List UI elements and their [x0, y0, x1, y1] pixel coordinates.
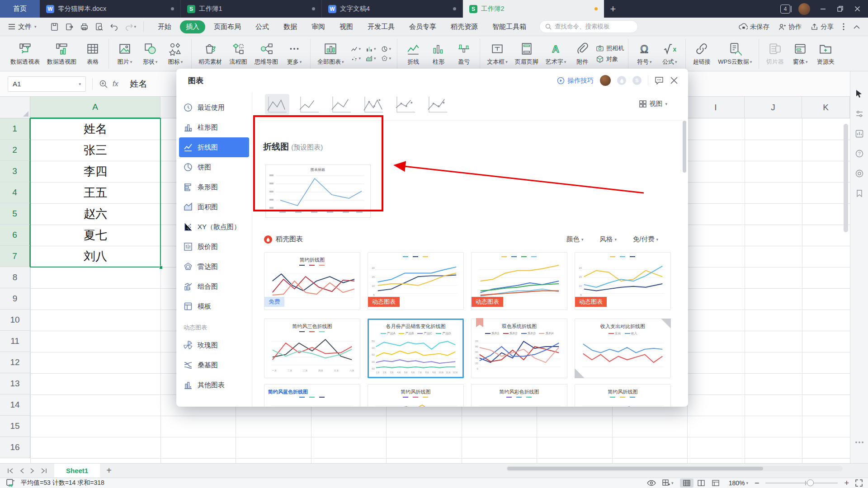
vertical-scrollbar[interactable]: [844, 119, 848, 458]
view-toggle[interactable]: 视图▾: [639, 99, 667, 108]
表格-button[interactable]: 表格: [81, 41, 104, 67]
home-tab[interactable]: 首页: [0, 0, 40, 18]
collapse-ribbon-icon[interactable]: [854, 25, 860, 29]
cell-A3[interactable]: 李四: [31, 161, 160, 182]
sidebar-item-雷达图[interactable]: 雷达图: [179, 257, 249, 277]
row-header-9[interactable]: 9: [0, 288, 30, 310]
minimize-button[interactable]: [818, 5, 827, 14]
unsaved-dot[interactable]: [594, 7, 598, 10]
row-header-4[interactable]: 4: [0, 182, 30, 203]
chart-template-card[interactable]: 简约风彩色折线图: [471, 384, 567, 407]
chart-template-card[interactable]: 简约风三色折线图一月二月三月四月五月六月: [264, 319, 360, 378]
row-header-14[interactable]: 14: [0, 394, 30, 416]
next-sheet-icon[interactable]: [30, 468, 34, 474]
tab-dot[interactable]: [453, 7, 456, 10]
cell-A1[interactable]: 姓名: [31, 119, 160, 139]
zoom-level[interactable]: 180%▾: [729, 479, 748, 487]
fullscreen-icon[interactable]: [855, 479, 863, 487]
chart-template-card[interactable]: 简约风蓝色折线图: [264, 384, 360, 407]
save-status[interactable]: 未保存: [739, 23, 770, 31]
chart-template-card[interactable]: 2015105动态图表: [575, 252, 671, 310]
row-header-15[interactable]: 15: [0, 416, 30, 437]
row-header-5[interactable]: 5: [0, 203, 30, 225]
dialog-user-avatar[interactable]: [600, 75, 611, 86]
图片-button[interactable]: 图片▾: [113, 41, 137, 67]
window-count-badge[interactable]: 4: [780, 5, 790, 14]
filter-风格[interactable]: 风格▾: [599, 235, 617, 244]
符号-button[interactable]: Ω符号▾: [632, 41, 656, 67]
数据透视图-button[interactable]: 数据透视图: [44, 41, 79, 67]
chart-template-card[interactable]: 简约风折线图: [368, 384, 464, 407]
chart-template-card[interactable]: 双色系统折线图系列1系列2系列3系列4100806040200: [471, 319, 567, 378]
chart-area-button[interactable]: ▾: [365, 55, 376, 62]
menu-tab-审阅[interactable]: 审阅: [306, 20, 331, 33]
窗体-button[interactable]: 窗体▾: [788, 41, 812, 67]
doc-tab-零分猫脚本.docx[interactable]: W零分猫脚本.docx: [40, 0, 181, 18]
chart-template-card[interactable]: 2015105动态图表: [368, 252, 464, 310]
print-icon[interactable]: [80, 23, 89, 31]
sidebar-item-XY（散点图）[interactable]: XY（散点图）: [179, 217, 249, 237]
select-all-corner[interactable]: [0, 97, 30, 118]
chart-template-card[interactable]: 动态图表: [471, 252, 567, 310]
row-header-11[interactable]: 11: [0, 331, 30, 352]
menu-tab-稻壳资源[interactable]: 稻壳资源: [445, 20, 484, 33]
column-header-I[interactable]: I: [687, 97, 745, 118]
照相机-button[interactable]: 照相机: [596, 44, 624, 52]
数据透视表-button[interactable]: 数据透视表: [8, 41, 42, 67]
eye-protect-icon[interactable]: [647, 480, 656, 486]
sidebar-item-折线图[interactable]: 折线图: [179, 137, 249, 157]
macro-js-icon[interactable]: JS: [6, 479, 15, 487]
sidebar-item-条形图[interactable]: 条形图: [179, 177, 249, 197]
menu-tab-会员专享[interactable]: 会员专享: [403, 20, 442, 33]
对象-button[interactable]: 对象: [596, 55, 624, 63]
sidebar-item-桑基图[interactable]: 桑基图: [179, 355, 249, 375]
思维导图-button[interactable]: 思维导图: [252, 41, 281, 67]
sidebar-item-股价图[interactable]: 股价图: [179, 237, 249, 257]
help-icon[interactable]: ?: [855, 150, 863, 158]
row-header-3[interactable]: 3: [0, 161, 30, 182]
normal-view-button[interactable]: [680, 479, 693, 488]
流程图-button[interactable]: 流程图: [226, 41, 250, 67]
zoom-slider-handle[interactable]: [807, 479, 814, 486]
menu-tab-开发工具[interactable]: 开发工具: [362, 20, 401, 33]
zoom-out-button[interactable]: −: [755, 479, 760, 488]
更多-button[interactable]: 更多▾: [283, 41, 306, 67]
print-preview-icon[interactable]: [95, 23, 104, 31]
filter-颜色[interactable]: 颜色▾: [566, 235, 584, 244]
doc-tab-工作簿1[interactable]: S工作簿1: [181, 0, 322, 18]
zoom-slider[interactable]: [765, 479, 838, 487]
资源夹-button[interactable]: 资源夹: [814, 41, 837, 67]
dialog-scrollbar[interactable]: [683, 121, 686, 173]
chart-template-card[interactable]: 简约风折线图: [575, 384, 671, 407]
chart-bar-button[interactable]: ▾: [365, 46, 376, 52]
redo-icon[interactable]: [125, 23, 133, 31]
collaborate-button[interactable]: 协作: [778, 23, 802, 31]
cell-options-icon[interactable]: [662, 479, 670, 487]
menu-tab-视图[interactable]: 视图: [334, 20, 359, 33]
chart-template-card[interactable]: 各月份产品销售变化折线图产品A产品B产品C产品D250200150100501月…: [368, 319, 464, 378]
feedback-icon[interactable]: [655, 76, 664, 84]
chart-radar-button[interactable]: ▾: [381, 55, 392, 62]
row-header-16[interactable]: 16: [0, 437, 30, 458]
menu-tab-开始[interactable]: 开始: [152, 20, 177, 33]
文本框-button[interactable]: 文本框▾: [484, 41, 510, 67]
公式-button[interactable]: x公式▾: [658, 41, 681, 67]
command-search-input[interactable]: 查找命令、搜索模板: [539, 20, 638, 33]
row-header-13[interactable]: 13: [0, 373, 30, 394]
close-button[interactable]: [853, 5, 862, 14]
user-avatar[interactable]: [798, 3, 810, 15]
sidebar-item-柱形图[interactable]: 柱形图: [179, 117, 249, 137]
page-layout-view-button[interactable]: [709, 479, 722, 488]
cell-A6[interactable]: 夏七: [31, 225, 160, 245]
wps-member-badge-icon[interactable]: S: [632, 76, 642, 85]
fx-button[interactable]: fx: [113, 80, 118, 88]
column-header-K[interactable]: K: [802, 97, 850, 118]
line-variant-5[interactable]: [393, 94, 418, 115]
save-icon[interactable]: [50, 23, 59, 31]
docer-member-badge-icon[interactable]: [617, 76, 626, 85]
line-variant-3[interactable]: [329, 94, 354, 115]
全部图表-button[interactable]: 全部图表▾: [315, 41, 347, 67]
chart-tool-icon[interactable]: [855, 130, 863, 138]
页眉页脚-button[interactable]: 页眉页脚: [512, 41, 541, 67]
restore-button[interactable]: [835, 5, 844, 14]
